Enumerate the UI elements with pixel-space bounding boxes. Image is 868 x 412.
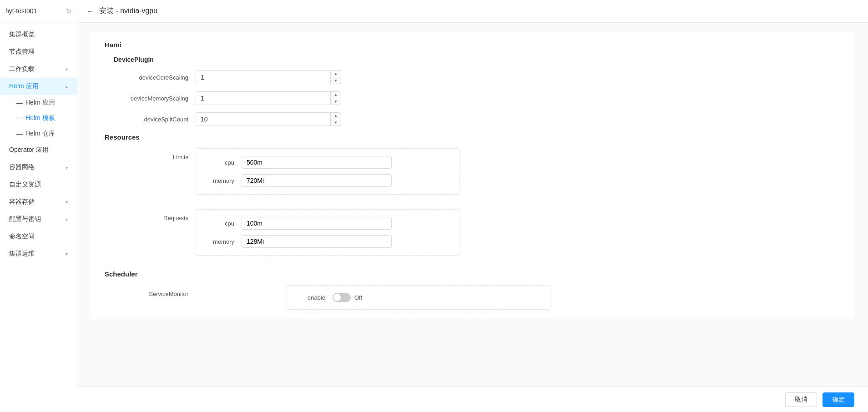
device-split-count-control: 10 ▲ ▼ bbox=[196, 112, 341, 126]
sidebar-item-helm-app[interactable]: Helm 应用 ▴ bbox=[0, 78, 77, 95]
limits-memory-label: memory bbox=[205, 177, 242, 184]
chevron-down-icon: ▾ bbox=[66, 165, 68, 170]
refresh-icon[interactable]: ↻ bbox=[66, 7, 71, 15]
device-split-count-input[interactable]: 10 bbox=[196, 113, 330, 125]
chevron-down-icon: ▾ bbox=[66, 251, 68, 256]
chevron-down-icon: ▾ bbox=[66, 67, 68, 72]
sidebar-item-helm-repo-sub[interactable]: — Helm 仓库 bbox=[0, 126, 77, 141]
content-area: Hami DevicePlugin deviceCoreScaling 1 ▲ … bbox=[77, 23, 868, 387]
service-monitor-label: ServiceMonitor bbox=[114, 285, 196, 297]
device-memory-scaling-control: 1 ▲ ▼ bbox=[196, 91, 341, 105]
spinner-buttons-2: ▲ ▼ bbox=[330, 92, 341, 105]
device-memory-scaling-row: deviceMemoryScaling 1 ▲ ▼ bbox=[105, 91, 841, 105]
enable-row: enable Off bbox=[296, 293, 541, 302]
spinner-up-btn-3[interactable]: ▲ bbox=[331, 113, 341, 119]
sidebar-app-name: hyt-test001 bbox=[5, 7, 37, 15]
enable-label: enable bbox=[296, 294, 333, 301]
scheduler-section-title: Scheduler bbox=[105, 270, 841, 278]
chevron-down-icon: ▾ bbox=[66, 217, 68, 222]
requests-cpu-label: cpu bbox=[205, 220, 242, 227]
requests-cpu-row: cpu bbox=[205, 217, 450, 230]
device-core-scaling-label: deviceCoreScaling bbox=[114, 74, 196, 81]
sidebar-header: hyt-test001 ↻ bbox=[0, 0, 77, 22]
device-memory-scaling-spinner: 1 ▲ ▼ bbox=[196, 91, 341, 105]
device-core-scaling-row: deviceCoreScaling 1 ▲ ▼ bbox=[105, 70, 841, 84]
page-title: 安装 - nvidia-vgpu bbox=[99, 6, 157, 16]
sidebar-item-container-network[interactable]: 容器网络 ▾ bbox=[0, 159, 77, 176]
sidebar-item-helm-template-sub[interactable]: — Helm 模板 bbox=[0, 111, 77, 126]
service-monitor-row: ServiceMonitor enable Off bbox=[105, 285, 841, 310]
sidebar-item-storage[interactable]: 容器存储 ▾ bbox=[0, 193, 77, 211]
requests-memory-label: memory bbox=[205, 238, 242, 245]
limits-memory-row: memory bbox=[205, 174, 450, 187]
requests-box: cpu memory bbox=[196, 209, 459, 256]
toggle-state-label: Off bbox=[354, 294, 362, 301]
toggle-thumb bbox=[333, 294, 341, 301]
sidebar: hyt-test001 ↻ 集群概览 节点管理 工作负载 ▾ Helm 应用 ▴… bbox=[0, 0, 77, 412]
dash-icon: — bbox=[16, 115, 23, 122]
limits-label: Limits bbox=[114, 148, 196, 161]
requests-memory-input[interactable] bbox=[242, 235, 392, 248]
requests-cpu-input[interactable] bbox=[242, 217, 392, 230]
spinner-down-btn-3[interactable]: ▼ bbox=[331, 119, 341, 126]
chevron-down-icon: ▾ bbox=[66, 200, 68, 205]
limits-cpu-input[interactable] bbox=[242, 156, 392, 169]
form-section: Hami DevicePlugin deviceCoreScaling 1 ▲ … bbox=[91, 32, 854, 319]
service-monitor-box: enable Off bbox=[287, 285, 550, 310]
device-split-count-label: deviceSplitCount bbox=[114, 116, 196, 123]
limits-box: cpu memory bbox=[196, 148, 459, 195]
spinner-buttons-3: ▲ ▼ bbox=[330, 113, 341, 126]
service-monitor-toggle[interactable] bbox=[333, 293, 351, 302]
footer: 取消 确定 bbox=[77, 387, 868, 412]
limits-row: Limits cpu memory bbox=[105, 148, 841, 202]
resources-section-title: Resources bbox=[105, 133, 841, 141]
limits-memory-input[interactable] bbox=[242, 174, 392, 187]
sidebar-item-cluster-ops[interactable]: 集群运维 ▾ bbox=[0, 245, 77, 262]
spinner-up-btn[interactable]: ▲ bbox=[331, 71, 341, 77]
dash-icon: — bbox=[16, 99, 23, 106]
device-split-count-spinner: 10 ▲ ▼ bbox=[196, 112, 341, 126]
main-area: ← 安装 - nvidia-vgpu Hami DevicePlugin dev… bbox=[77, 0, 868, 412]
sidebar-item-cluster-overview[interactable]: 集群概览 bbox=[0, 26, 77, 43]
device-split-count-row: deviceSplitCount 10 ▲ ▼ bbox=[105, 112, 841, 126]
confirm-button[interactable]: 确定 bbox=[823, 392, 854, 407]
device-memory-scaling-label: deviceMemoryScaling bbox=[114, 95, 196, 102]
dash-icon: — bbox=[16, 130, 23, 137]
toggle-wrapper: Off bbox=[333, 293, 362, 302]
topbar: ← 安装 - nvidia-vgpu bbox=[77, 0, 868, 23]
device-plugin-title: DevicePlugin bbox=[114, 56, 841, 63]
sidebar-item-operator-app[interactable]: Operator 应用 bbox=[0, 141, 77, 159]
spinner-up-btn-2[interactable]: ▲ bbox=[331, 92, 341, 98]
hami-section-title: Hami bbox=[105, 41, 841, 49]
sidebar-item-node-management[interactable]: 节点管理 bbox=[0, 43, 77, 60]
requests-row: Requests cpu memory bbox=[105, 209, 841, 263]
sidebar-item-namespace[interactable]: 命名空间 bbox=[0, 228, 77, 245]
cancel-button[interactable]: 取消 bbox=[785, 392, 817, 407]
spinner-down-btn-2[interactable]: ▼ bbox=[331, 98, 341, 105]
requests-memory-row: memory bbox=[205, 235, 450, 248]
device-core-scaling-spinner: 1 ▲ ▼ bbox=[196, 70, 341, 84]
spinner-down-btn[interactable]: ▼ bbox=[331, 77, 341, 84]
sidebar-nav: 集群概览 节点管理 工作负载 ▾ Helm 应用 ▴ — Helm 应用 — H… bbox=[0, 22, 77, 266]
sidebar-item-workload[interactable]: 工作负载 ▾ bbox=[0, 60, 77, 78]
sidebar-item-config-secret[interactable]: 配置与密钥 ▾ bbox=[0, 211, 77, 228]
limits-cpu-row: cpu bbox=[205, 156, 450, 169]
device-memory-scaling-input[interactable]: 1 bbox=[196, 92, 330, 104]
device-core-scaling-input[interactable]: 1 bbox=[196, 71, 330, 83]
back-button[interactable]: ← bbox=[86, 7, 94, 15]
requests-label: Requests bbox=[114, 209, 196, 221]
chevron-up-icon: ▴ bbox=[66, 84, 68, 89]
sidebar-item-helm-app-sub[interactable]: — Helm 应用 bbox=[0, 95, 77, 111]
spinner-buttons: ▲ ▼ bbox=[330, 71, 341, 84]
limits-cpu-label: cpu bbox=[205, 159, 242, 166]
device-core-scaling-control: 1 ▲ ▼ bbox=[196, 70, 341, 84]
sidebar-item-custom-resource[interactable]: 自定义资源 bbox=[0, 176, 77, 193]
